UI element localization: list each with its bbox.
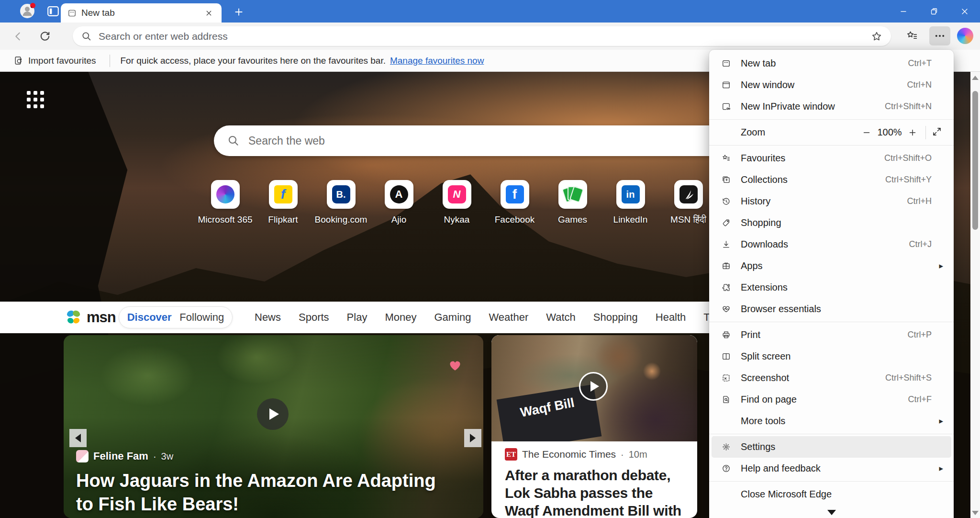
play-button[interactable] <box>579 372 608 401</box>
vertical-scrollbar[interactable] <box>970 72 980 518</box>
toolbar <box>0 23 980 50</box>
divider <box>110 55 110 67</box>
new-window-icon <box>721 80 731 90</box>
nav-item-health[interactable]: Health <box>656 311 686 324</box>
back-button[interactable] <box>9 27 28 46</box>
tab-favicon-icon <box>67 9 77 18</box>
linkedin-icon: in <box>622 185 640 203</box>
settings-gear-icon <box>721 442 731 452</box>
quick-link-facebook[interactable]: f Facebook <box>486 180 544 225</box>
quick-links: Microsoft 365 f Flipkart B. Booking.com … <box>196 180 717 225</box>
nav-item-weather[interactable]: Weather <box>489 311 529 324</box>
menu-item-split-screen[interactable]: Split screen <box>709 346 954 367</box>
scrollbar-thumb[interactable] <box>972 91 978 230</box>
carousel-prev-button[interactable] <box>69 429 87 447</box>
nav-item-sports[interactable]: Sports <box>299 311 329 324</box>
add-favourite-star-icon[interactable] <box>871 31 882 42</box>
nykaa-icon: N <box>448 185 466 203</box>
workspaces-icon[interactable] <box>47 6 59 17</box>
menu-item-history[interactable]: History Ctrl+H <box>709 191 954 212</box>
address-input[interactable] <box>99 31 871 42</box>
help-icon <box>721 463 731 474</box>
menu-item-extensions[interactable]: Extensions <box>709 277 954 298</box>
close-window-button[interactable] <box>949 0 980 23</box>
copilot-icon[interactable] <box>957 28 973 44</box>
tab-new-tab[interactable]: New tab <box>61 3 222 23</box>
menu-divider <box>709 145 954 146</box>
dot-separator <box>621 449 624 460</box>
manage-favourites-link[interactable]: Manage favourites now <box>390 56 484 66</box>
tab-close-icon[interactable] <box>202 7 215 19</box>
menu-item-close-microsoft-edge[interactable]: Close Microsoft Edge <box>709 484 954 505</box>
menu-item-help-and-feedback[interactable]: Help and feedback <box>709 458 954 479</box>
quick-link-flipkart[interactable]: f Flipkart <box>254 180 312 225</box>
quick-link-ajio[interactable]: A Ajio <box>370 180 428 225</box>
settings-and-more-button[interactable] <box>929 26 950 45</box>
msn-butterfly-icon <box>64 308 83 327</box>
nav-item-money[interactable]: Money <box>385 311 416 324</box>
menu-item-browser-essentials[interactable]: Browser essentials <box>709 298 954 320</box>
quick-link-microsoft-365[interactable]: Microsoft 365 <box>196 180 254 225</box>
carousel-next-button[interactable] <box>464 429 481 447</box>
quick-link-booking[interactable]: B. Booking.com <box>312 180 370 225</box>
games-icon <box>564 185 582 203</box>
profile-avatar[interactable] <box>20 4 34 18</box>
menu-item-more-tools[interactable]: More tools <box>709 410 954 432</box>
nav-item-news[interactable]: News <box>255 311 281 324</box>
menu-item-new-inprivate-window[interactable]: New InPrivate window Ctrl+Shift+N <box>709 96 954 117</box>
zoom-out-button[interactable] <box>859 125 874 140</box>
apps-grid-icon[interactable] <box>27 91 47 111</box>
inprivate-icon <box>721 101 731 112</box>
toolbar-right <box>902 26 973 45</box>
scroll-down-icon[interactable] <box>972 511 979 515</box>
tab-discover[interactable]: Discover <box>127 311 172 324</box>
browser-window: New tab <box>0 0 980 518</box>
quick-link-linkedin[interactable]: in LinkedIn <box>601 180 659 225</box>
menu-divider <box>709 434 954 434</box>
quick-link-nykaa[interactable]: N Nykaa <box>428 180 486 225</box>
quick-link-msn-hindi[interactable]: MSN हिंदी <box>659 180 717 225</box>
zoom-in-button[interactable] <box>905 125 920 140</box>
minimize-button[interactable] <box>888 0 919 23</box>
news-card-jaguars[interactable]: Feline Fam 3w How Jaguars in the Amazon … <box>64 335 483 518</box>
menu-scroll-down-icon[interactable] <box>827 510 836 515</box>
refresh-button[interactable] <box>35 27 55 46</box>
restore-button[interactable] <box>919 0 949 23</box>
news-card-waqf-bill[interactable]: Waqf Bill ET The Economic Times 10m Afte… <box>491 335 697 518</box>
menu-item-find-on-page[interactable]: Find on page Ctrl+F <box>709 389 954 410</box>
scroll-up-icon[interactable] <box>972 76 979 80</box>
tab-following[interactable]: Following <box>179 311 224 324</box>
blank-icon <box>721 416 731 427</box>
menu-item-shopping[interactable]: Shopping <box>709 212 954 234</box>
msn-logo[interactable]: msn <box>64 308 116 327</box>
favourites-message: For quick access, place your favourites … <box>121 56 386 66</box>
address-bar[interactable] <box>73 26 891 46</box>
menu-item-favourites[interactable]: Favourites Ctrl+Shift+O <box>709 147 954 169</box>
menu-item-collections[interactable]: Collections Ctrl+Shift+Y <box>709 169 954 191</box>
import-favourites-button[interactable]: Import favourites <box>13 56 96 66</box>
extensions-icon <box>721 282 731 293</box>
msn-hindi-icon <box>679 185 698 203</box>
menu-item-apps[interactable]: Apps <box>709 255 954 277</box>
web-search-input[interactable] <box>248 135 753 147</box>
card-headline: After a marathon debate, Lok Sabha passe… <box>505 466 688 518</box>
menu-item-settings[interactable]: Settings <box>712 436 951 458</box>
apps-icon <box>721 261 731 271</box>
favourites-bar-button[interactable] <box>902 26 923 45</box>
menu-item-print[interactable]: Print Ctrl+P <box>709 324 954 346</box>
menu-divider <box>709 481 954 482</box>
nav-item-shopping[interactable]: Shopping <box>593 311 638 324</box>
menu-item-downloads[interactable]: Downloads Ctrl+J <box>709 234 954 255</box>
quick-link-games[interactable]: Games <box>544 180 601 225</box>
menu-item-screenshot[interactable]: Screenshot Ctrl+Shift+S <box>709 367 954 389</box>
nav-item-watch[interactable]: Watch <box>546 311 576 324</box>
new-tab-button[interactable] <box>232 6 246 18</box>
web-search-bar[interactable] <box>214 125 767 156</box>
nav-item-play[interactable]: Play <box>347 311 368 324</box>
nav-item-gaming[interactable]: Gaming <box>434 311 471 324</box>
menu-item-new-window[interactable]: New window Ctrl+N <box>709 74 954 96</box>
menu-item-new-tab[interactable]: New tab Ctrl+T <box>709 53 954 74</box>
heart-icon[interactable] <box>448 358 462 373</box>
fullscreen-icon[interactable] <box>932 126 942 139</box>
play-button[interactable] <box>257 398 289 430</box>
